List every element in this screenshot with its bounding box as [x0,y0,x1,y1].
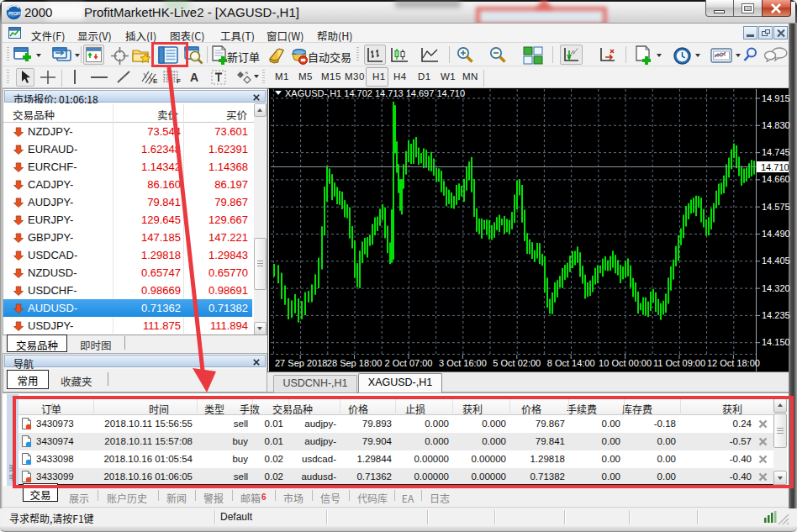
svg-text:2 Oct 07:00: 2 Oct 07:00 [385,358,433,368]
svg-text:14.575: 14.575 [762,202,790,212]
svg-text:14.405: 14.405 [762,255,790,266]
svg-text:10 Oct 00:00: 10 Oct 00:00 [599,358,652,368]
svg-text:14.830: 14.830 [762,120,790,130]
svg-text:27 Sep 2018: 27 Sep 2018 [275,358,327,368]
svg-text:3 Oct 16:00: 3 Oct 16:00 [439,358,487,368]
svg-text:5 Oct 02:00: 5 Oct 02:00 [493,358,541,368]
svg-text:11 Oct 09:00: 11 Oct 09:00 [653,358,705,368]
svg-text:28 Sep 18:00: 28 Sep 18:00 [327,358,382,368]
svg-text:14.660: 14.660 [762,174,790,184]
svg-text:14.320: 14.320 [762,283,790,293]
svg-text:XAGUSD-,H1 14.702 14.713 14.6: XAGUSD-,H1 14.702 14.713 14.697 14.710 [285,88,465,98]
svg-text:14.490: 14.490 [762,229,790,239]
svg-text:14.915: 14.915 [762,93,790,103]
svg-text:14.710: 14.710 [761,162,789,172]
svg-text:14.745: 14.745 [762,147,790,157]
svg-text:14.150: 14.150 [762,337,790,347]
svg-text:12 Oct 18:00: 12 Oct 18:00 [707,358,760,368]
svg-text:14.235: 14.235 [762,310,790,320]
svg-text:8 Oct 14:00: 8 Oct 14:00 [547,358,595,368]
